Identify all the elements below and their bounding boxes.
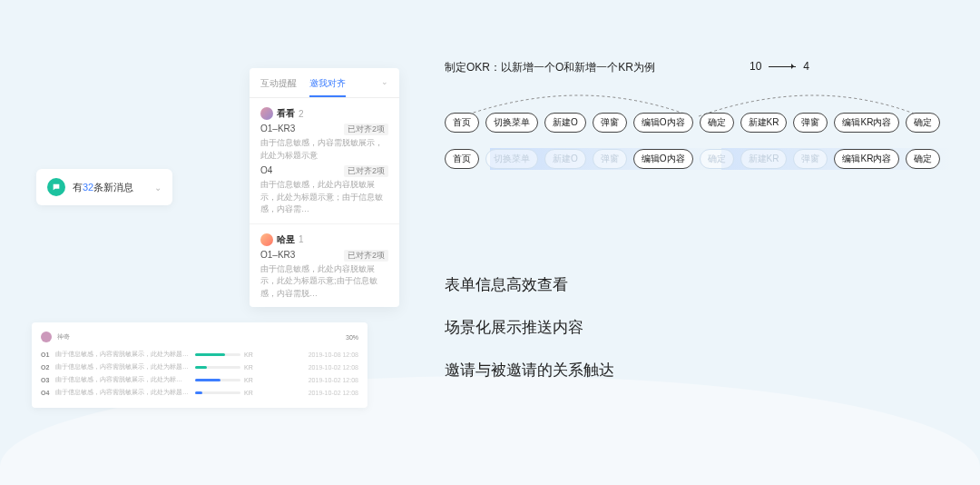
message-sender: 哈昱 — [277, 233, 295, 246]
chevron-down-icon[interactable]: ⌄ — [381, 77, 388, 97]
flow-step-skipped: 弹窗 — [793, 149, 828, 169]
okr-id: O4 — [260, 165, 272, 177]
flow-step: 新建KR — [740, 113, 788, 133]
message-body: 由于信息敏感，内容需脱敏展示，此处为标题示意 — [260, 137, 388, 162]
messages-panel: 互动提醒 邀我对齐 ⌄ 看看 2 O1–KR3 已对齐2项 由于信息敏感，内容需… — [250, 68, 399, 307]
avatar — [41, 332, 52, 342]
progress-bar — [195, 391, 240, 394]
flow-step: 弹窗 — [593, 113, 627, 133]
flow-step: 编辑O内容 — [633, 149, 693, 169]
flow-step-skipped: 切换菜单 — [485, 149, 538, 169]
okr-id: O1–KR3 — [260, 124, 295, 135]
row-text: 由于信息敏感，内容需脱敏展示，此处为标题示意;此… — [55, 362, 191, 371]
flow-step: 新建O — [544, 113, 586, 133]
progress-bar — [195, 366, 240, 369]
row-index: O2 — [41, 364, 52, 371]
progress-percent: 30% — [346, 334, 358, 341]
row-text: 由于信息敏感，内容需脱敏展示，此处为标题示意… — [55, 388, 191, 397]
progress-bar — [195, 379, 240, 381]
aligned-badge: 已对齐2项 — [344, 165, 388, 177]
kr-label: KR — [244, 390, 259, 396]
flow-row-before: 首页 切换菜单 新建O 弹窗 编辑O内容 确定 新建KR 弹窗 编辑KR内容 确… — [445, 113, 953, 133]
kr-label: KR — [244, 377, 259, 383]
flow-step: 编辑KR内容 — [834, 113, 899, 133]
caption-line: 场景化展示推送内容 — [445, 317, 614, 338]
flow-row-after: 首页 切换菜单 新建O 弹窗 编辑O内容 确定 新建KR 弹窗 编辑KR内容 确… — [445, 149, 953, 169]
message-count: 2 — [299, 109, 304, 119]
message-item[interactable]: 看看 2 O1–KR3 已对齐2项 由于信息敏感，内容需脱敏展示，此处为标题示意… — [250, 98, 399, 224]
owner-name: 神奇 — [57, 332, 70, 341]
flow-step-skipped: 新建KR — [740, 149, 788, 169]
row-text: 由于信息敏感，内容需脱敏展示，此处为标… — [55, 375, 191, 384]
arrow-right-icon — [769, 66, 796, 67]
aligned-badge: 已对齐2项 — [344, 250, 388, 262]
row-date: 2019-10-02 12:08 — [309, 377, 358, 383]
message-body: 由于信息敏感，此处内容脱敏展示，此处为标题示意;由于信息敏感，内容需脱… — [260, 263, 388, 301]
row-date: 2019-10-02 12:08 — [309, 364, 358, 371]
flow-step: 确定 — [906, 149, 940, 169]
flow-step: 编辑O内容 — [633, 113, 693, 133]
message-count: 1 — [299, 234, 304, 244]
flow-step: 确定 — [906, 113, 940, 133]
row-index: O1 — [41, 351, 52, 358]
message-body: 由于信息敏感，此处内容脱敏展示，此处为标题示意；由于信息敏感，内容需… — [260, 179, 388, 216]
flow-step-skipped: 确定 — [700, 149, 734, 169]
list-row[interactable]: O3 由于信息敏感，内容需脱敏展示，此处为标… KR 2019-10-02 12… — [41, 373, 358, 386]
steps-before: 10 — [750, 60, 761, 73]
list-row[interactable]: O1 由于信息敏感，内容需脱敏展示，此处为标题示意… KR 2019-10-08… — [41, 348, 358, 361]
caption-line: 邀请与被邀请的关系触达 — [445, 360, 614, 381]
okr-list-card: 神奇 30% O1 由于信息敏感，内容需脱敏展示，此处为标题示意… KR 201… — [32, 322, 368, 408]
message-sender: 看看 — [277, 107, 295, 120]
message-item[interactable]: 哈昱 1 O1–KR3 已对齐2项 由于信息敏感，此处内容脱敏展示，此处为标题示… — [250, 224, 399, 308]
captions: 表单信息高效查看 场景化展示推送内容 邀请与被邀请的关系触达 — [445, 274, 614, 381]
progress-bar — [195, 353, 240, 356]
list-row[interactable]: O2 由于信息敏感，内容需脱敏展示，此处为标题示意;此… KR 2019-10-… — [41, 361, 358, 373]
notification-text: 有32条新消息 — [73, 181, 133, 194]
row-index: O3 — [41, 377, 52, 383]
messages-tabs: 互动提醒 邀我对齐 ⌄ — [250, 68, 399, 98]
flow-step: 首页 — [445, 149, 479, 169]
row-date: 2019-10-02 12:08 — [309, 390, 358, 396]
flow-step: 确定 — [700, 113, 734, 133]
caption-line: 表单信息高效查看 — [445, 274, 614, 295]
flow-step: 弹窗 — [793, 113, 828, 133]
list-row[interactable]: O4 由于信息敏感，内容需脱敏展示，此处为标题示意… KR 2019-10-02… — [41, 386, 358, 399]
chat-bubble-icon — [47, 178, 65, 196]
steps-after: 4 — [803, 60, 809, 73]
kr-label: KR — [244, 351, 259, 358]
row-date: 2019-10-08 12:08 — [309, 351, 358, 358]
notification-card[interactable]: 有32条新消息 ⌄ — [36, 169, 172, 205]
flow-step: 编辑KR内容 — [834, 149, 899, 169]
kr-label: KR — [244, 364, 259, 371]
flow-step-skipped: 弹窗 — [593, 149, 627, 169]
flow-diagram: 首页 切换菜单 新建O 弹窗 编辑O内容 确定 新建KR 弹窗 编辑KR内容 确… — [445, 113, 953, 169]
avatar — [260, 233, 273, 246]
okr-id: O1–KR3 — [260, 250, 295, 262]
tab-interactive[interactable]: 互动提醒 — [260, 77, 297, 97]
row-index: O4 — [41, 390, 52, 396]
row-text: 由于信息敏感，内容需脱敏展示，此处为标题示意… — [55, 350, 191, 359]
avatar — [260, 107, 273, 120]
chevron-down-icon: ⌄ — [154, 183, 162, 193]
flow-step: 切换菜单 — [485, 113, 538, 133]
flow-step-skipped: 新建O — [544, 149, 586, 169]
aligned-badge: 已对齐2项 — [344, 124, 388, 135]
step-reduction: 10 4 — [750, 60, 809, 73]
flow-title: 制定OKR：以新增一个O和新增一个KR为例 — [445, 60, 655, 75]
tab-invite-align[interactable]: 邀我对齐 — [309, 77, 346, 97]
flow-step: 首页 — [445, 113, 479, 133]
